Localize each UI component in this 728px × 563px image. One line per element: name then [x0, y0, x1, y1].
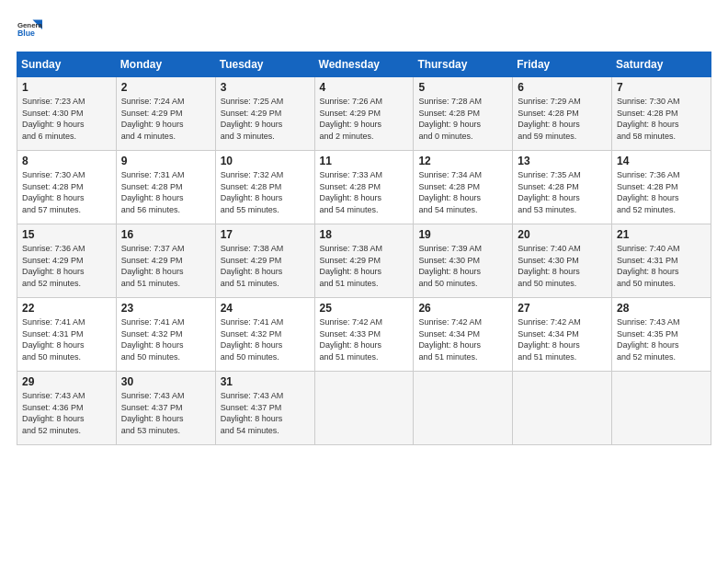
header-cell-wednesday: Wednesday — [314, 52, 414, 77]
cell-content: Sunrise: 7:43 AMSunset: 4:37 PMDaylight:… — [121, 390, 210, 436]
calendar-body: 1Sunrise: 7:23 AMSunset: 4:30 PMDaylight… — [17, 77, 711, 445]
cell-content: Sunrise: 7:29 AMSunset: 4:28 PMDaylight:… — [518, 96, 607, 142]
calendar-week-5: 29Sunrise: 7:43 AMSunset: 4:36 PMDayligh… — [17, 372, 711, 445]
day-number: 9 — [121, 155, 210, 167]
header: General Blue — [17, 17, 711, 42]
day-number: 29 — [22, 375, 111, 388]
calendar-cell: 10Sunrise: 7:32 AMSunset: 4:28 PMDayligh… — [215, 151, 314, 224]
calendar-cell: 19Sunrise: 7:39 AMSunset: 4:30 PMDayligh… — [414, 224, 513, 298]
day-number: 8 — [22, 155, 111, 167]
day-number: 14 — [617, 155, 706, 167]
cell-content: Sunrise: 7:24 AMSunset: 4:29 PMDaylight:… — [121, 96, 210, 142]
logo-icon: General Blue — [17, 17, 42, 42]
calendar-cell: 5Sunrise: 7:28 AMSunset: 4:28 PMDaylight… — [414, 77, 513, 151]
cell-content: Sunrise: 7:32 AMSunset: 4:28 PMDaylight:… — [221, 169, 310, 215]
calendar-cell: 25Sunrise: 7:42 AMSunset: 4:33 PMDayligh… — [314, 298, 414, 372]
calendar-cell: 13Sunrise: 7:35 AMSunset: 4:28 PMDayligh… — [513, 151, 612, 224]
calendar-cell: 20Sunrise: 7:40 AMSunset: 4:30 PMDayligh… — [513, 224, 612, 298]
calendar-cell: 26Sunrise: 7:42 AMSunset: 4:34 PMDayligh… — [414, 298, 513, 372]
cell-content: Sunrise: 7:41 AMSunset: 4:31 PMDaylight:… — [22, 316, 111, 362]
calendar-week-3: 15Sunrise: 7:36 AMSunset: 4:29 PMDayligh… — [17, 224, 711, 298]
cell-content: Sunrise: 7:33 AMSunset: 4:28 PMDaylight:… — [320, 169, 409, 215]
calendar-cell — [513, 372, 612, 445]
calendar-cell: 15Sunrise: 7:36 AMSunset: 4:29 PMDayligh… — [17, 224, 117, 298]
cell-content: Sunrise: 7:43 AMSunset: 4:37 PMDaylight:… — [221, 390, 310, 436]
calendar-cell: 29Sunrise: 7:43 AMSunset: 4:36 PMDayligh… — [17, 372, 117, 445]
day-number: 28 — [617, 302, 706, 315]
day-number: 3 — [221, 81, 310, 94]
calendar-cell: 4Sunrise: 7:26 AMSunset: 4:29 PMDaylight… — [314, 77, 414, 151]
cell-content: Sunrise: 7:43 AMSunset: 4:35 PMDaylight:… — [617, 316, 706, 362]
cell-content: Sunrise: 7:42 AMSunset: 4:34 PMDaylight:… — [518, 316, 607, 362]
cell-content: Sunrise: 7:38 AMSunset: 4:29 PMDaylight:… — [320, 243, 409, 289]
calendar-cell — [414, 372, 513, 445]
calendar-cell — [612, 372, 711, 445]
calendar-cell: 8Sunrise: 7:30 AMSunset: 4:28 PMDaylight… — [17, 151, 117, 224]
header-cell-monday: Monday — [116, 52, 215, 77]
calendar-cell: 1Sunrise: 7:23 AMSunset: 4:30 PMDaylight… — [17, 77, 117, 151]
calendar-cell: 16Sunrise: 7:37 AMSunset: 4:29 PMDayligh… — [116, 224, 215, 298]
cell-content: Sunrise: 7:40 AMSunset: 4:30 PMDaylight:… — [518, 243, 607, 289]
calendar-cell: 9Sunrise: 7:31 AMSunset: 4:28 PMDaylight… — [116, 151, 215, 224]
day-number: 7 — [617, 81, 706, 94]
day-number: 24 — [221, 302, 310, 315]
calendar-table: SundayMondayTuesdayWednesdayThursdayFrid… — [17, 52, 711, 445]
cell-content: Sunrise: 7:41 AMSunset: 4:32 PMDaylight:… — [121, 316, 210, 362]
day-number: 4 — [320, 81, 409, 94]
calendar-cell: 2Sunrise: 7:24 AMSunset: 4:29 PMDaylight… — [116, 77, 215, 151]
header-cell-tuesday: Tuesday — [215, 52, 314, 77]
calendar-cell: 6Sunrise: 7:29 AMSunset: 4:28 PMDaylight… — [513, 77, 612, 151]
day-number: 1 — [22, 81, 111, 94]
calendar-cell: 14Sunrise: 7:36 AMSunset: 4:28 PMDayligh… — [612, 151, 711, 224]
cell-content: Sunrise: 7:26 AMSunset: 4:29 PMDaylight:… — [320, 96, 409, 142]
day-number: 12 — [418, 155, 507, 167]
calendar-cell: 17Sunrise: 7:38 AMSunset: 4:29 PMDayligh… — [215, 224, 314, 298]
cell-content: Sunrise: 7:31 AMSunset: 4:28 PMDaylight:… — [121, 169, 210, 215]
cell-content: Sunrise: 7:42 AMSunset: 4:34 PMDaylight:… — [418, 316, 507, 362]
day-number: 10 — [221, 155, 310, 167]
day-number: 30 — [121, 375, 210, 388]
calendar-cell: 22Sunrise: 7:41 AMSunset: 4:31 PMDayligh… — [17, 298, 117, 372]
cell-content: Sunrise: 7:38 AMSunset: 4:29 PMDaylight:… — [221, 243, 310, 289]
logo: General Blue — [17, 17, 42, 42]
header-cell-sunday: Sunday — [17, 52, 117, 77]
day-number: 21 — [617, 228, 706, 241]
calendar-cell — [314, 372, 414, 445]
day-number: 16 — [121, 228, 210, 241]
calendar-week-2: 8Sunrise: 7:30 AMSunset: 4:28 PMDaylight… — [17, 151, 711, 224]
calendar-cell: 11Sunrise: 7:33 AMSunset: 4:28 PMDayligh… — [314, 151, 414, 224]
day-number: 25 — [320, 302, 409, 315]
day-number: 18 — [320, 228, 409, 241]
page-container: General Blue SundayMondayTuesdayWednesda… — [0, 0, 728, 454]
day-number: 17 — [221, 228, 310, 241]
day-number: 2 — [121, 81, 210, 94]
day-number: 15 — [22, 228, 111, 241]
svg-text:Blue: Blue — [17, 29, 35, 38]
header-cell-friday: Friday — [513, 52, 612, 77]
calendar-cell: 28Sunrise: 7:43 AMSunset: 4:35 PMDayligh… — [612, 298, 711, 372]
day-number: 6 — [518, 81, 607, 94]
calendar-header-row: SundayMondayTuesdayWednesdayThursdayFrid… — [17, 52, 711, 77]
day-number: 22 — [22, 302, 111, 315]
calendar-cell: 7Sunrise: 7:30 AMSunset: 4:28 PMDaylight… — [612, 77, 711, 151]
cell-content: Sunrise: 7:23 AMSunset: 4:30 PMDaylight:… — [22, 96, 111, 142]
cell-content: Sunrise: 7:30 AMSunset: 4:28 PMDaylight:… — [617, 96, 706, 142]
calendar-week-4: 22Sunrise: 7:41 AMSunset: 4:31 PMDayligh… — [17, 298, 711, 372]
cell-content: Sunrise: 7:41 AMSunset: 4:32 PMDaylight:… — [221, 316, 310, 362]
day-number: 19 — [418, 228, 507, 241]
calendar-cell: 23Sunrise: 7:41 AMSunset: 4:32 PMDayligh… — [116, 298, 215, 372]
day-number: 11 — [320, 155, 409, 167]
calendar-cell: 21Sunrise: 7:40 AMSunset: 4:31 PMDayligh… — [612, 224, 711, 298]
cell-content: Sunrise: 7:40 AMSunset: 4:31 PMDaylight:… — [617, 243, 706, 289]
cell-content: Sunrise: 7:25 AMSunset: 4:29 PMDaylight:… — [221, 96, 310, 142]
cell-content: Sunrise: 7:28 AMSunset: 4:28 PMDaylight:… — [418, 96, 507, 142]
day-number: 13 — [518, 155, 607, 167]
calendar-cell: 27Sunrise: 7:42 AMSunset: 4:34 PMDayligh… — [513, 298, 612, 372]
cell-content: Sunrise: 7:42 AMSunset: 4:33 PMDaylight:… — [320, 316, 409, 362]
header-cell-thursday: Thursday — [414, 52, 513, 77]
cell-content: Sunrise: 7:37 AMSunset: 4:29 PMDaylight:… — [121, 243, 210, 289]
cell-content: Sunrise: 7:30 AMSunset: 4:28 PMDaylight:… — [22, 169, 111, 215]
day-number: 27 — [518, 302, 607, 315]
cell-content: Sunrise: 7:39 AMSunset: 4:30 PMDaylight:… — [418, 243, 507, 289]
cell-content: Sunrise: 7:36 AMSunset: 4:29 PMDaylight:… — [22, 243, 111, 289]
